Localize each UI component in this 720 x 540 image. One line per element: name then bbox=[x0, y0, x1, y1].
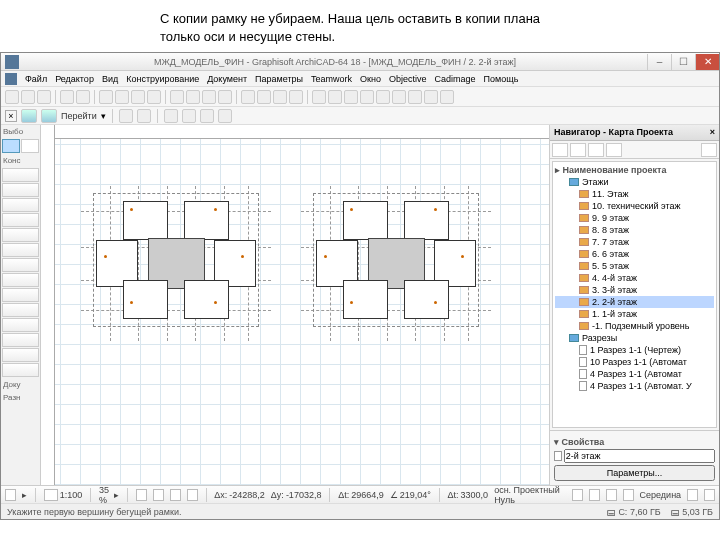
chevron-right-icon[interactable]: ▸ bbox=[22, 490, 27, 500]
tool-pick-icon[interactable] bbox=[99, 90, 113, 104]
scale-value[interactable]: 1:100 bbox=[60, 490, 83, 500]
arrow-tool[interactable] bbox=[2, 139, 20, 153]
tree-story-item[interactable]: 8. 8 этаж bbox=[555, 224, 714, 236]
nav-tab-layout[interactable] bbox=[588, 143, 604, 157]
tool-render-icon[interactable] bbox=[312, 90, 326, 104]
tree-story-item[interactable]: 5. 5 этаж bbox=[555, 260, 714, 272]
drawing-canvas[interactable] bbox=[41, 125, 549, 485]
window-tool[interactable] bbox=[2, 213, 39, 227]
roof-tool[interactable] bbox=[2, 288, 39, 302]
menu-teamwork[interactable]: Teamwork bbox=[311, 74, 352, 84]
tree-story-item[interactable]: 3. 3-й этаж bbox=[555, 284, 714, 296]
zone-tool[interactable] bbox=[2, 348, 39, 362]
tool-extra3-icon[interactable] bbox=[424, 90, 438, 104]
nav-back-button[interactable] bbox=[21, 109, 37, 123]
nav-fwd-button[interactable] bbox=[41, 109, 57, 123]
toolbar-close-icon[interactable]: × bbox=[5, 110, 17, 122]
tool-extra1-icon[interactable] bbox=[392, 90, 406, 104]
tree-story-item[interactable]: 6. 6 этаж bbox=[555, 248, 714, 260]
sb-zoom1-icon[interactable] bbox=[136, 489, 147, 501]
nav-tab-view[interactable] bbox=[570, 143, 586, 157]
fit-icon[interactable] bbox=[164, 109, 178, 123]
menu-view[interactable]: Вид bbox=[102, 74, 118, 84]
tool-measure-icon[interactable] bbox=[170, 90, 184, 104]
tool-extra4-icon[interactable] bbox=[440, 90, 454, 104]
tree-story-item[interactable]: 4. 4-й этаж bbox=[555, 272, 714, 284]
menu-file[interactable]: Файл bbox=[25, 74, 47, 84]
beam-tool[interactable] bbox=[2, 198, 39, 212]
menu-cadimage[interactable]: Cadimage bbox=[435, 74, 476, 84]
stair-tool[interactable] bbox=[2, 273, 39, 287]
sb-snap4-icon[interactable] bbox=[623, 489, 634, 501]
tool-grid-icon[interactable] bbox=[328, 90, 342, 104]
door-tool[interactable] bbox=[2, 228, 39, 242]
tree-story-item[interactable]: 2. 2-й этаж bbox=[555, 296, 714, 308]
nav-tab-publisher[interactable] bbox=[606, 143, 622, 157]
tree-story-item[interactable]: -1. Подземный уровень bbox=[555, 320, 714, 332]
object-tool[interactable] bbox=[2, 243, 39, 257]
zoom-value[interactable]: 35 % bbox=[99, 485, 112, 505]
tool-schedule-icon[interactable] bbox=[344, 90, 358, 104]
sb-snap5-icon[interactable] bbox=[687, 489, 698, 501]
tree-section-item[interactable]: 4 Разрез 1-1 (Автомат bbox=[555, 368, 714, 380]
sb-quickopt-icon[interactable] bbox=[5, 489, 16, 501]
tool-more-icon[interactable] bbox=[360, 90, 374, 104]
nav-go-label[interactable]: Перейти bbox=[61, 111, 97, 121]
trace-icon[interactable] bbox=[218, 109, 232, 123]
tool-cut-icon[interactable] bbox=[131, 90, 145, 104]
tree-story-item[interactable]: 10. технический этаж bbox=[555, 200, 714, 212]
origin-label[interactable]: осн. Проектный Нуль bbox=[494, 485, 560, 505]
mesh-tool[interactable] bbox=[2, 318, 39, 332]
project-tree[interactable]: ▸ Наименование проекта Этажи 11. Этаж10.… bbox=[552, 161, 717, 428]
tool-undo-icon[interactable] bbox=[60, 90, 74, 104]
morph-tool[interactable] bbox=[2, 363, 39, 377]
menu-help[interactable]: Помощь bbox=[484, 74, 519, 84]
props-name-input[interactable] bbox=[564, 449, 715, 463]
tree-section-item[interactable]: 4 Разрез 1-1 (Автомат. У bbox=[555, 380, 714, 392]
nav-tab-project[interactable] bbox=[552, 143, 568, 157]
tool-open-icon[interactable] bbox=[21, 90, 35, 104]
params-button[interactable]: Параметры... bbox=[554, 465, 715, 481]
shell-tool[interactable] bbox=[2, 303, 39, 317]
marquee-tool[interactable] bbox=[21, 139, 39, 153]
tool-save-icon[interactable] bbox=[37, 90, 51, 104]
scale-icon[interactable] bbox=[44, 489, 58, 501]
tree-story-item[interactable]: 7. 7 этаж bbox=[555, 236, 714, 248]
menu-objective[interactable]: Objective bbox=[389, 74, 427, 84]
tree-story-item[interactable]: 11. Этаж bbox=[555, 188, 714, 200]
tool-pen-icon[interactable] bbox=[257, 90, 271, 104]
app-menu-icon[interactable] bbox=[5, 73, 17, 85]
menu-editor[interactable]: Редактор bbox=[55, 74, 94, 84]
sb-snap6-icon[interactable] bbox=[704, 489, 715, 501]
slab-tool[interactable] bbox=[2, 258, 39, 272]
menu-document[interactable]: Документ bbox=[207, 74, 247, 84]
sb-pan-icon[interactable] bbox=[187, 489, 198, 501]
layer-icon[interactable] bbox=[182, 109, 196, 123]
tree-project-name[interactable]: ▸ Наименование проекта bbox=[555, 164, 714, 176]
middle-label[interactable]: Середина bbox=[640, 490, 682, 500]
tool-copy-icon[interactable] bbox=[147, 90, 161, 104]
view-opt2-icon[interactable] bbox=[137, 109, 151, 123]
menu-construct[interactable]: Конструирование bbox=[126, 74, 199, 84]
snap-icon[interactable] bbox=[200, 109, 214, 123]
column-tool[interactable] bbox=[2, 183, 39, 197]
tool-extra2-icon[interactable] bbox=[408, 90, 422, 104]
maximize-button[interactable]: ☐ bbox=[671, 54, 695, 70]
sb-snap3-icon[interactable] bbox=[606, 489, 617, 501]
tree-section-item[interactable]: 10 Разрез 1-1 (Автомат bbox=[555, 356, 714, 368]
tree-story-item[interactable]: 9. 9 этаж bbox=[555, 212, 714, 224]
view-opt1-icon[interactable] bbox=[119, 109, 133, 123]
tool-3d-icon[interactable] bbox=[186, 90, 200, 104]
tool-new-icon[interactable] bbox=[5, 90, 19, 104]
tree-sections[interactable]: Разрезы bbox=[555, 332, 714, 344]
sb-fit-icon[interactable] bbox=[170, 489, 181, 501]
nav-tab-options[interactable] bbox=[701, 143, 717, 157]
wall-tool[interactable] bbox=[2, 168, 39, 182]
tool-text-icon[interactable] bbox=[273, 90, 287, 104]
tool-camera-icon[interactable] bbox=[202, 90, 216, 104]
tree-section-item[interactable]: 1 Разрез 1-1 (Чертеж) bbox=[555, 344, 714, 356]
tool-marquee-icon[interactable] bbox=[115, 90, 129, 104]
navigator-close-icon[interactable]: × bbox=[710, 127, 715, 138]
sb-zoom2-icon[interactable] bbox=[153, 489, 164, 501]
props-header[interactable]: Свойства bbox=[562, 437, 605, 447]
